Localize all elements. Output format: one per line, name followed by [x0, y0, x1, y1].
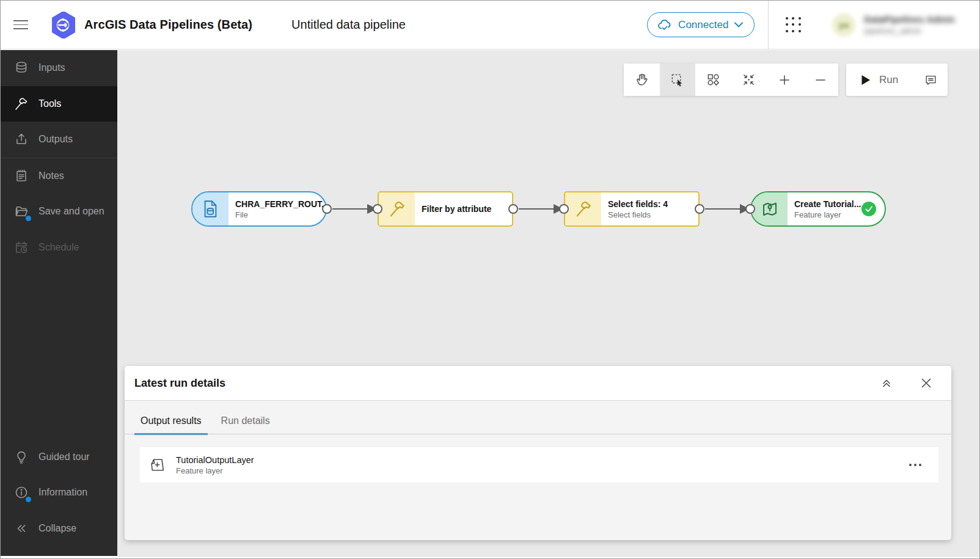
result-title: TutorialOutputLayer — [176, 455, 254, 465]
pan-tool-button[interactable] — [624, 64, 660, 96]
expand-panel-button[interactable] — [878, 374, 895, 392]
sidebar-item-collapse[interactable]: Collapse — [1, 511, 117, 547]
node-title: Select fields: 4 — [608, 199, 698, 209]
sidebar: Inputs Tools Outputs — [1, 50, 117, 556]
node-subtitle: Select fields — [608, 210, 698, 219]
sidebar-item-label: Guided tour — [38, 451, 90, 462]
document-title: Untitled data pipeline — [291, 18, 406, 32]
lightbulb-icon — [14, 450, 29, 464]
sidebar-item-label: Outputs — [38, 134, 73, 145]
calendar-clock-icon — [14, 240, 29, 255]
tab-output-results[interactable]: Output results — [134, 415, 208, 434]
marquee-select-icon — [670, 73, 684, 87]
hamburger-menu-icon[interactable] — [13, 18, 28, 32]
app-title: ArcGIS Data Pipelines (Beta) — [84, 18, 252, 32]
note-icon — [14, 169, 29, 183]
node-filter-by-attribute[interactable]: Filter by attribute — [378, 191, 513, 227]
plus-icon — [778, 73, 791, 87]
feedback-button[interactable] — [924, 73, 938, 87]
tabs-underline — [125, 434, 951, 434]
sidebar-item-information[interactable]: Information — [1, 475, 117, 511]
app-logo-icon — [51, 12, 76, 38]
upload-icon — [14, 132, 29, 147]
feature-layer-output-icon — [751, 192, 788, 225]
node-title: CHRA_FERRY_ROUT... — [235, 199, 326, 209]
user-menu[interactable]: pa DataPipelines Admin pipelines_admin — [832, 13, 955, 37]
run-label: Run — [879, 74, 898, 86]
file-input-icon — [192, 192, 229, 225]
panel-tabs: Output results Run details — [125, 401, 951, 434]
output-result-row[interactable]: TutorialOutputLayer Feature layer — [140, 447, 938, 483]
sidebar-item-label: Inputs — [38, 62, 65, 73]
chevron-down-icon — [734, 22, 743, 27]
run-toolbar: Run — [846, 64, 948, 96]
sidebar-item-label: Notes — [38, 170, 64, 181]
connected-label: Connected — [678, 19, 728, 31]
hand-icon — [635, 73, 649, 87]
sidebar-item-outputs[interactable]: Outputs — [1, 122, 117, 158]
canvas-view-toolbar — [624, 64, 838, 96]
database-icon — [14, 60, 29, 75]
folder-icon — [14, 204, 29, 219]
sidebar-item-label: Tools — [38, 98, 61, 109]
result-subtitle: Feature layer — [176, 466, 254, 475]
row-options-button[interactable] — [905, 460, 925, 470]
notification-dot — [26, 497, 31, 502]
close-icon — [921, 378, 932, 389]
sidebar-item-save-and-open[interactable]: Save and open — [1, 194, 117, 230]
feature-layer-icon — [148, 456, 167, 473]
success-check-icon — [861, 202, 876, 216]
hammer-tool-icon — [565, 192, 601, 225]
shapes-layout-icon — [706, 73, 720, 87]
double-chevron-up-icon — [880, 377, 893, 389]
panel-title: Latest run details — [134, 377, 225, 390]
user-display-name: DataPipelines Admin — [864, 14, 955, 24]
comment-icon — [924, 73, 938, 87]
sidebar-item-schedule: Schedule — [1, 230, 117, 266]
info-circle-icon — [14, 485, 29, 500]
zoom-to-fit-button[interactable] — [731, 64, 767, 96]
close-panel-button[interactable] — [918, 375, 934, 391]
hammer-tool-icon — [379, 192, 415, 225]
tab-run-details[interactable]: Run details — [215, 415, 276, 434]
header-divider — [768, 1, 769, 49]
sidebar-item-label: Information — [38, 487, 87, 498]
select-tool-button[interactable] — [660, 64, 696, 96]
pipeline-canvas[interactable]: Run CHRA_FERRY_ROUT... F — [117, 50, 980, 557]
cloud-check-icon — [657, 19, 672, 31]
sidebar-item-notes[interactable]: Notes — [1, 158, 117, 194]
avatar: pa — [832, 13, 855, 37]
user-username: pipelines_admin — [864, 26, 955, 35]
node-title: Filter by attribute — [422, 204, 512, 214]
sidebar-item-label: Save and open — [38, 206, 104, 217]
notification-dot — [26, 216, 31, 221]
node-select-fields[interactable]: Select fields: 4 Select fields — [564, 191, 700, 227]
app-header: ArcGIS Data Pipelines (Beta) Untitled da… — [1, 1, 979, 49]
app-launcher-icon[interactable] — [783, 15, 803, 35]
zoom-out-button[interactable] — [803, 64, 839, 96]
node-input-file[interactable]: CHRA_FERRY_ROUT... File — [191, 191, 327, 227]
auto-layout-button[interactable] — [695, 64, 731, 96]
center-fit-icon — [742, 73, 756, 87]
latest-run-details-panel: Latest run details Output results — [125, 366, 951, 540]
sidebar-footer: Guided tour Information — [1, 439, 117, 547]
sidebar-item-label: Schedule — [38, 242, 79, 253]
hammer-icon — [14, 97, 29, 111]
connected-button[interactable]: Connected — [647, 12, 755, 37]
double-chevron-left-icon — [14, 521, 29, 536]
app-window: ArcGIS Data Pipelines (Beta) Untitled da… — [0, 0, 980, 559]
node-subtitle: File — [235, 210, 326, 219]
minus-icon — [814, 73, 827, 87]
panel-header: Latest run details — [125, 366, 951, 401]
sidebar-item-inputs[interactable]: Inputs — [1, 50, 117, 86]
zoom-in-button[interactable] — [767, 64, 803, 96]
run-button[interactable]: Run — [846, 64, 904, 96]
header-right: Connected pa DataPipelines Admin pipelin… — [647, 1, 979, 49]
sidebar-item-label: Collapse — [38, 523, 76, 534]
sidebar-item-tools[interactable]: Tools — [1, 86, 117, 122]
play-icon — [861, 75, 871, 86]
sidebar-item-guided-tour[interactable]: Guided tour — [1, 439, 117, 475]
node-create-feature-layer[interactable]: Create Tutorial... Feature layer — [750, 191, 886, 227]
